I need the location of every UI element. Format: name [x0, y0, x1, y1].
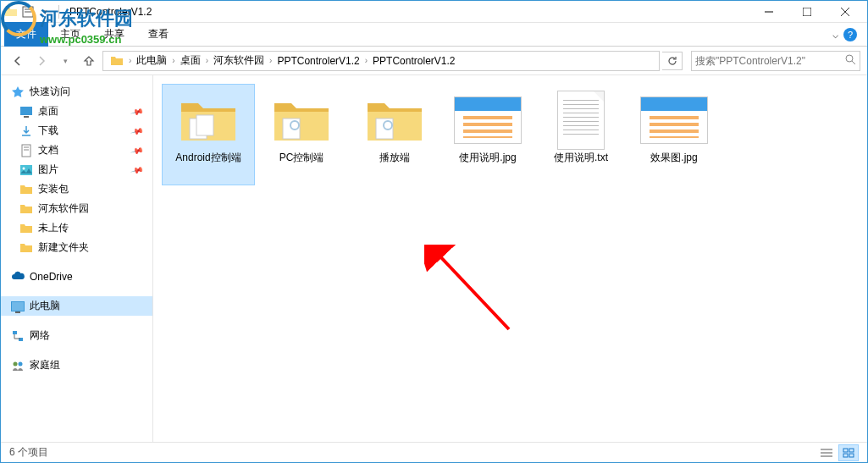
chevron-right-icon[interactable]: › [170, 56, 176, 65]
qat-dropdown-icon[interactable]: ▾ [38, 5, 52, 19]
svg-line-26 [437, 253, 509, 329]
minimize-button[interactable] [749, 1, 788, 23]
ribbon-expand-icon[interactable]: ⌵ [832, 29, 838, 41]
sidebar-item-documents[interactable]: 文档 📌 [1, 141, 152, 160]
forward-button[interactable] [31, 51, 52, 71]
folder-icon [4, 5, 18, 19]
file-label: Android控制端 [175, 152, 240, 165]
sidebar-label: 网络 [30, 328, 50, 343]
tab-view[interactable]: 查看 [136, 24, 180, 45]
icons-view-button[interactable] [838, 444, 859, 461]
back-button[interactable] [8, 51, 28, 71]
folder-icon [19, 202, 33, 216]
svg-rect-14 [20, 165, 32, 175]
download-icon [19, 124, 33, 138]
search-icon[interactable] [844, 53, 856, 68]
breadcrumb-item[interactable]: 河东软件园 [210, 53, 268, 68]
file-label: 使用说明.txt [554, 152, 608, 165]
svg-line-8 [852, 61, 855, 64]
file-item-image[interactable]: 效果图.jpg [628, 84, 721, 185]
titlebar: ▾ PPTControlerV1.2 [1, 1, 867, 23]
sidebar-label: 新建文件夹 [38, 240, 89, 255]
file-item-image[interactable]: 使用说明.jpg [441, 84, 534, 185]
breadcrumb-item[interactable]: PPTControlerV1.2 [274, 55, 362, 67]
breadcrumb[interactable]: › 此电脑 › 桌面 › 河东软件园 › PPTControlerV1.2 › … [102, 51, 660, 71]
addressbar: ▾ › 此电脑 › 桌面 › 河东软件园 › PPTControlerV1.2 … [1, 47, 867, 75]
breadcrumb-item[interactable]: 此电脑 [133, 53, 170, 68]
sidebar-label: 桌面 [38, 104, 58, 119]
homegroup-icon [11, 359, 25, 372]
svg-rect-30 [843, 449, 848, 452]
folder-icon [361, 91, 428, 150]
image-thumbnail [640, 91, 708, 150]
details-view-button[interactable] [816, 444, 837, 461]
sidebar-item-folder[interactable]: 未上传 [1, 218, 152, 238]
chevron-right-icon[interactable]: › [363, 56, 369, 65]
maximize-button[interactable] [788, 1, 826, 23]
file-label: 使用说明.jpg [459, 152, 516, 165]
cloud-icon [11, 270, 25, 284]
sidebar-label: OneDrive [30, 271, 73, 283]
pc-icon [11, 300, 25, 313]
folder-icon [19, 241, 33, 255]
svg-point-19 [19, 361, 23, 366]
folder-icon [174, 91, 242, 150]
svg-point-15 [23, 167, 25, 169]
sidebar-label: 快速访问 [30, 85, 70, 99]
folder-icon [19, 222, 33, 235]
breadcrumb-item[interactable]: 桌面 [177, 53, 204, 68]
folder-icon [268, 91, 335, 150]
search-box[interactable] [691, 51, 860, 71]
sidebar-item-folder[interactable]: 安装包 [1, 179, 152, 199]
recent-dropdown[interactable]: ▾ [55, 51, 75, 71]
breadcrumb-item[interactable]: PPTControlerV1.2 [369, 55, 458, 67]
sidebar-label: 图片 [38, 163, 58, 177]
item-count: 6 个项目 [9, 445, 48, 460]
sidebar-label: 家庭组 [30, 358, 60, 372]
picture-icon [19, 163, 33, 177]
content-area[interactable]: Android控制端 PC控制端 播放端 使用说明.jpg 使用说明.txt 效… [153, 75, 867, 442]
file-label: 播放端 [379, 152, 410, 165]
tab-share[interactable]: 共享 [92, 24, 136, 45]
sidebar-onedrive[interactable]: OneDrive [1, 267, 152, 286]
sidebar-item-folder[interactable]: 新建文件夹 [1, 238, 152, 257]
pin-icon: 📌 [130, 163, 144, 177]
sidebar-quickaccess[interactable]: 快速访问 [1, 82, 152, 102]
file-item-folder[interactable]: 播放端 [348, 84, 441, 185]
svg-rect-4 [803, 8, 811, 16]
statusbar: 6 个项目 [1, 442, 867, 462]
file-item-folder[interactable]: PC控制端 [255, 84, 348, 185]
chevron-right-icon[interactable]: › [127, 56, 133, 65]
refresh-button[interactable] [662, 52, 683, 70]
sidebar-thispc[interactable]: 此电脑 [1, 296, 152, 316]
svg-rect-31 [849, 449, 854, 452]
file-item-text[interactable]: 使用说明.txt [534, 84, 628, 185]
sidebar-homegroup[interactable]: 家庭组 [1, 356, 152, 375]
up-button[interactable] [79, 51, 99, 71]
sidebar: 快速访问 桌面 📌 下载 📌 文档 📌 图片 📌 安装包 河东软件园 [1, 75, 153, 442]
sidebar-item-pictures[interactable]: 图片 📌 [1, 160, 152, 179]
search-input[interactable] [695, 55, 844, 67]
pin-icon: 📌 [130, 105, 144, 119]
close-button[interactable] [826, 1, 864, 23]
pin-icon: 📌 [130, 144, 144, 157]
sidebar-item-downloads[interactable]: 下载 📌 [1, 121, 152, 141]
sidebar-item-desktop[interactable]: 桌面 📌 [1, 102, 152, 121]
sidebar-network[interactable]: 网络 [1, 326, 152, 345]
chevron-right-icon[interactable]: › [268, 56, 274, 65]
sidebar-label: 文档 [38, 143, 58, 157]
sidebar-item-folder[interactable]: 河东软件园 [1, 199, 152, 218]
window-title: PPTControlerV1.2 [69, 6, 152, 18]
svg-rect-21 [196, 115, 213, 135]
help-icon[interactable]: ? [843, 28, 857, 41]
main-area: 快速访问 桌面 📌 下载 📌 文档 📌 图片 📌 安装包 河东软件园 [1, 75, 867, 442]
svg-rect-32 [843, 454, 848, 457]
svg-rect-33 [849, 454, 854, 457]
tab-home[interactable]: 主页 [48, 24, 92, 45]
tab-file[interactable]: 文件 [4, 22, 48, 47]
chevron-right-icon[interactable]: › [204, 56, 210, 65]
file-item-folder[interactable]: Android控制端 [162, 84, 255, 185]
sidebar-label: 此电脑 [30, 299, 60, 313]
properties-icon[interactable] [21, 5, 35, 19]
breadcrumb-root-icon[interactable] [107, 54, 127, 68]
